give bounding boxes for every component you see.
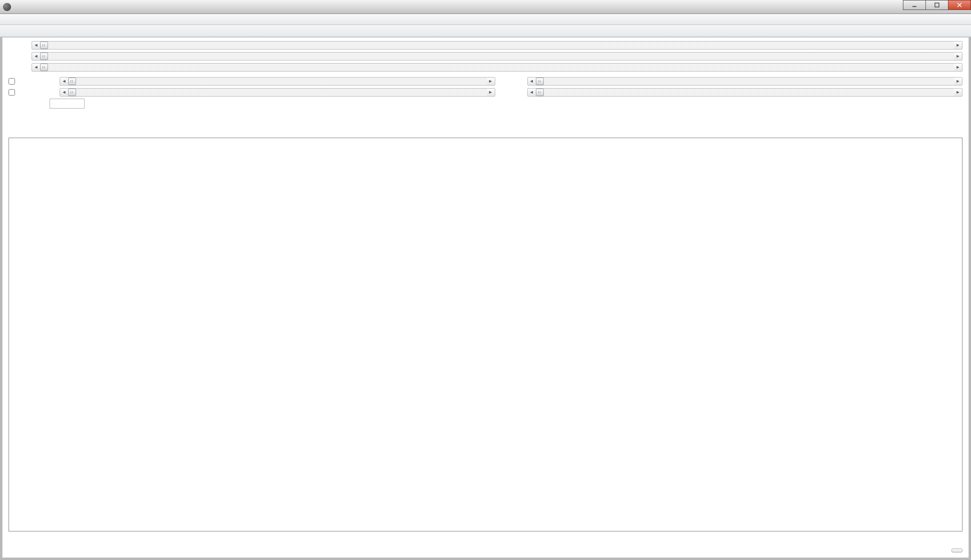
- reset-zoom-button[interactable]: [951, 548, 962, 552]
- scroll-left-icon[interactable]: ◄: [60, 78, 68, 85]
- min-slider[interactable]: ◄ ►: [32, 41, 962, 50]
- multiplier-input[interactable]: [50, 99, 85, 109]
- scroll-right-icon[interactable]: ►: [954, 42, 962, 49]
- content-panel: ◄ ► ◄ ► ◄ ►: [2, 37, 969, 558]
- max-slider[interactable]: ◄ ►: [32, 52, 962, 61]
- status-bar: [9, 534, 962, 554]
- scroll-right-icon[interactable]: ►: [954, 89, 962, 96]
- moonphase-gain-slider[interactable]: ◄ ►: [60, 88, 495, 97]
- scroll-left-icon[interactable]: ◄: [60, 89, 68, 96]
- scroll-left-icon[interactable]: ◄: [32, 53, 40, 60]
- moonphase-offset-slider[interactable]: ◄ ►: [527, 88, 963, 97]
- app-icon: [3, 3, 11, 11]
- menu-file[interactable]: [3, 19, 11, 21]
- maximize-button[interactable]: [925, 0, 948, 10]
- ma-slider[interactable]: ◄ ►: [32, 63, 962, 72]
- moon-to-ma-checkbox[interactable]: [9, 78, 56, 85]
- scroll-right-icon[interactable]: ►: [954, 64, 962, 71]
- window-titlebar: [0, 0, 971, 14]
- scroll-right-icon[interactable]: ►: [954, 78, 962, 85]
- moon-to-ma-gain-slider[interactable]: ◄ ►: [60, 77, 495, 86]
- tab-row: [0, 25, 971, 37]
- scroll-right-icon[interactable]: ►: [954, 53, 962, 60]
- scroll-left-icon[interactable]: ◄: [32, 42, 40, 49]
- scroll-left-icon[interactable]: ◄: [528, 89, 536, 96]
- chart-area[interactable]: [9, 138, 962, 531]
- scroll-right-icon[interactable]: ►: [487, 78, 495, 85]
- moonphase-checkbox[interactable]: [9, 89, 56, 96]
- scroll-left-icon[interactable]: ◄: [32, 64, 40, 71]
- moon-to-ma-offset-slider[interactable]: ◄ ►: [527, 77, 963, 86]
- svg-rect-1: [935, 3, 939, 7]
- menubar: [0, 14, 971, 25]
- scroll-left-icon[interactable]: ◄: [528, 78, 536, 85]
- scroll-right-icon[interactable]: ►: [487, 89, 495, 96]
- minimize-button[interactable]: [903, 0, 926, 10]
- close-button[interactable]: [948, 0, 971, 10]
